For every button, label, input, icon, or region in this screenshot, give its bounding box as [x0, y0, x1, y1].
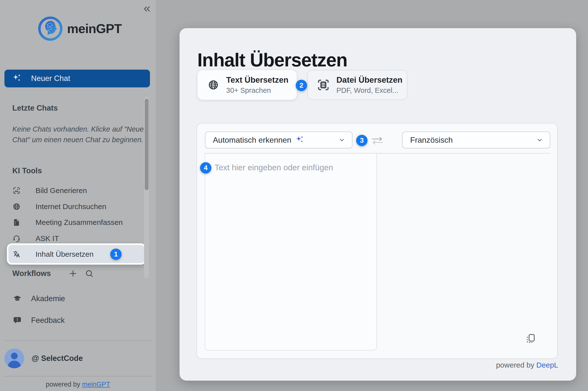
feedback-bubble-icon	[13, 316, 22, 325]
tab-title: Text Übersetzen	[226, 75, 288, 85]
sidebar-item-label: Internet Durchsuchen	[36, 202, 106, 211]
tab-title: Datei Übersetzen	[336, 75, 403, 85]
chevron-down-icon	[338, 136, 346, 144]
new-chat-button[interactable]: Neuer Chat	[4, 70, 150, 87]
target-language-value: Französisch	[410, 135, 453, 145]
sidebar-item-label: Bild Generieren	[36, 186, 87, 195]
source-language-value: Automatisch erkennen	[213, 135, 291, 145]
powered-by-meingpt: powered by meinGPT	[0, 381, 156, 388]
translate-tool-card: Inhalt Übersetzen Text Übersetzen 30+ Sp…	[180, 28, 576, 381]
translator-panel: Automatisch erkennen 3 Französisch	[197, 123, 558, 359]
graduation-cap-icon	[13, 294, 22, 303]
avatar	[4, 349, 24, 368]
source-language-select[interactable]: Automatisch erkennen	[205, 132, 353, 148]
sidebar-item-inhalt-uebersetzen[interactable]: Inhalt Übersetzen	[0, 246, 156, 262]
sidebar-item-label: ASK IT	[36, 234, 59, 243]
workflows-section: Workflows	[0, 266, 156, 281]
tab-subtitle: 30+ Sprachen	[226, 86, 288, 95]
translate-icon	[12, 250, 21, 258]
powered-by-deepl: powered by DeepL	[496, 361, 558, 369]
account-name: @ SelectCode	[32, 354, 83, 363]
powered-prefix: powered by	[46, 381, 82, 388]
target-language-select[interactable]: Französisch	[402, 132, 550, 148]
copy-output-button[interactable]	[525, 333, 536, 344]
meingpt-logo-icon	[37, 15, 64, 42]
add-workflow-button[interactable]	[69, 269, 77, 278]
sidebar-item-feedback[interactable]: Feedback	[0, 312, 156, 328]
tab-datei-uebersetzen[interactable]: Datei Übersetzen PDF, Word, Excel...	[307, 70, 407, 100]
sidebar-divider	[4, 376, 151, 377]
workflows-heading: Workflows	[12, 269, 51, 278]
input-placeholder: Text hier eingeben oder einfügen	[215, 163, 333, 172]
sidebar-item-akademie[interactable]: Akademie	[0, 291, 156, 306]
sidebar-item-label: Inhalt Übersetzen	[36, 250, 93, 258]
tab-text-uebersetzen[interactable]: Text Übersetzen 30+ Sprachen	[197, 70, 297, 100]
sidebar-item-label: Akademie	[31, 294, 65, 303]
recent-chats-empty-note: Keine Chats vorhanden. Klicke auf "Neuer…	[12, 124, 147, 145]
sidebar-item-bild-generieren[interactable]: Bild Generieren	[0, 183, 156, 199]
collapse-sidebar-button[interactable]: «	[144, 0, 150, 15]
meingpt-link[interactable]: meinGPT	[82, 381, 110, 388]
sidebar-divider	[4, 340, 151, 341]
tour-step-3-badge: 3	[356, 135, 368, 146]
account-row[interactable]: @ SelectCode	[4, 349, 83, 368]
brand-logo: meinGPT	[37, 15, 122, 42]
globe-icon	[208, 79, 219, 91]
chevron-down-icon	[536, 136, 543, 144]
image-generate-icon	[12, 186, 21, 195]
sidebar-item-ask-it[interactable]: ASK IT	[0, 231, 156, 247]
sparkles-icon	[12, 73, 22, 84]
collapse-icon: «	[144, 1, 150, 15]
ki-tools-list: Bild Generieren Internet Durchsuchen Mee…	[0, 183, 156, 262]
powered-prefix: powered by	[496, 361, 536, 369]
deepl-link[interactable]: DeepL	[536, 361, 558, 369]
sidebar: « meinGPT Neuer Chat	[0, 0, 156, 391]
new-chat-label: Neuer Chat	[31, 74, 70, 83]
translation-input[interactable]: Text hier eingeben oder einfügen	[205, 154, 377, 351]
globe-icon	[12, 202, 21, 211]
ki-tools-heading: KI Tools	[12, 166, 42, 175]
recent-chats-heading: Letzte Chats	[12, 104, 58, 112]
brand-name: meinGPT	[67, 21, 122, 36]
headset-icon	[12, 234, 21, 243]
tab-subtitle: PDF, Word, Excel...	[336, 86, 403, 95]
sparkles-icon	[295, 135, 305, 145]
sidebar-item-internet-durchsuchen[interactable]: Internet Durchsuchen	[0, 199, 156, 215]
sidebar-item-label: Feedback	[31, 316, 65, 325]
tour-step-2-badge: 2	[296, 80, 307, 91]
tour-step-4-badge: 4	[200, 162, 211, 174]
page-title: Inhalt Übersetzen	[197, 49, 347, 71]
document-summary-icon	[12, 218, 21, 227]
sidebar-item-meeting-zusammenfassen[interactable]: Meeting Zusammenfassen	[0, 214, 156, 231]
search-workflows-button[interactable]	[85, 269, 94, 278]
sidebar-scrollbar-thumb[interactable]	[145, 99, 148, 190]
swap-languages-icon[interactable]	[370, 136, 384, 145]
scan-document-icon	[317, 78, 330, 92]
sidebar-item-label: Meeting Zusammenfassen	[36, 218, 123, 227]
tour-step-1-badge: 1	[110, 249, 122, 260]
